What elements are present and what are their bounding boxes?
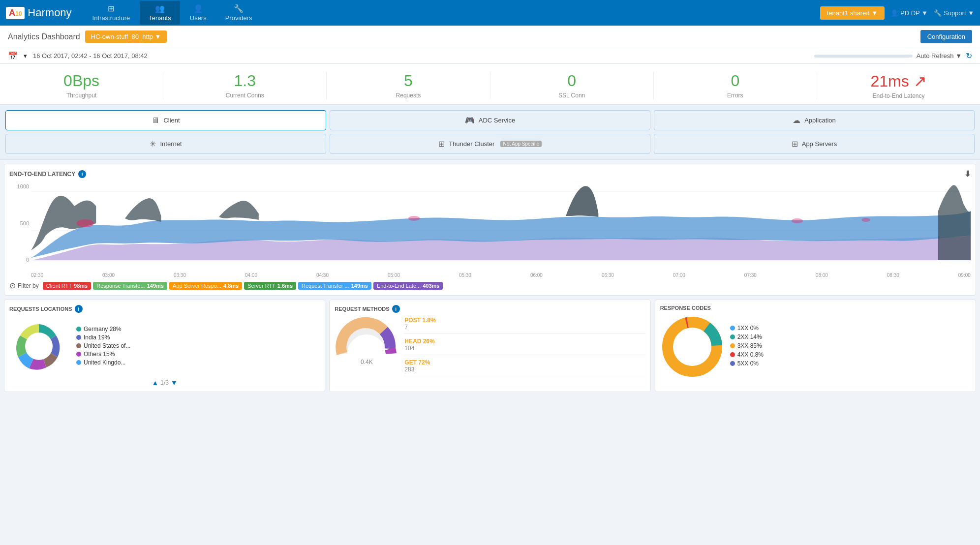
filter-request-transfer[interactable]: Request Transfer ... 149ms bbox=[298, 282, 371, 290]
methods-info-icon[interactable]: i bbox=[392, 305, 400, 313]
filter-app-server-resp[interactable]: App Server Respo... 4.8ms bbox=[169, 282, 242, 290]
errors-label: Errors bbox=[654, 92, 817, 99]
methods-list: POST 1.8% 7 HEAD 26% 104 GET 72% 283 bbox=[404, 317, 645, 380]
pagination-up-icon[interactable]: ▲ bbox=[152, 379, 158, 387]
requests-locations-panel: REQUESTS LOCATIONS i bbox=[4, 300, 325, 392]
selector-button[interactable]: HC-own-stuff_80_http ▼ bbox=[85, 30, 167, 43]
india-dot bbox=[76, 335, 81, 340]
method-get: GET 72% 283 bbox=[404, 359, 645, 376]
method-head: HEAD 26% 104 bbox=[404, 338, 645, 355]
latency-label: End-to-End Latency bbox=[817, 92, 980, 99]
tenant-selector[interactable]: tenant1 shared ▼ bbox=[820, 6, 885, 20]
stat-current-conns: 1.3 Current Conns bbox=[163, 72, 327, 99]
response-codes-title: RESPONSE CODES bbox=[660, 305, 971, 311]
request-methods-panel: REQUEST METHODS i 0.4K POST 1. bbox=[329, 300, 650, 392]
locations-legend: Germany 28% India 19% United States of..… bbox=[76, 326, 130, 367]
half-donut-area: 0.4K bbox=[335, 317, 398, 365]
svg-point-7 bbox=[25, 333, 53, 360]
locations-pagination: ▲ 1/3 ▼ bbox=[9, 379, 320, 387]
view-client[interactable]: 🖥 Client bbox=[5, 110, 326, 130]
response-codes-panel: RESPONSE CODES 1XX 0% bbox=[655, 300, 976, 392]
filter-end-to-end[interactable]: End-to-End Late... 403ms bbox=[373, 282, 443, 290]
refresh-icon[interactable]: ↻ bbox=[966, 51, 972, 61]
legend-others: Others 15% bbox=[76, 351, 130, 358]
support-button[interactable]: 🔧 Support ▼ bbox=[934, 9, 974, 17]
bottom-panels: REQUESTS LOCATIONS i bbox=[4, 300, 976, 392]
legend-1xx: 1XX 0% bbox=[730, 325, 764, 332]
errors-value: 0 bbox=[654, 72, 817, 90]
chart-download-icon[interactable]: ⬇ bbox=[964, 169, 971, 179]
3xx-dot bbox=[730, 343, 735, 348]
legend-germany: Germany 28% bbox=[76, 326, 130, 333]
view-application[interactable]: ☁ Application bbox=[654, 110, 975, 130]
internet-icon: ✳ bbox=[150, 139, 156, 149]
legend-india: India 19% bbox=[76, 334, 130, 341]
response-codes-donut bbox=[660, 315, 724, 379]
timeline-scrubber[interactable] bbox=[814, 55, 913, 58]
logo-area: A10 Harmony bbox=[6, 6, 72, 19]
brand-name: Harmony bbox=[28, 6, 71, 19]
view-app-servers[interactable]: ⊞ App Servers bbox=[654, 134, 975, 154]
nav-items: ⊞ Infrastructure 👥 Tenants 👤 Users 🔧 Pro… bbox=[84, 1, 820, 25]
chart-wrapper: 1000 500 0 bbox=[9, 182, 971, 272]
nav-providers[interactable]: 🔧 Providers bbox=[216, 1, 261, 25]
nav-users[interactable]: 👤 Users bbox=[181, 1, 215, 25]
stat-requests: 5 Requests bbox=[327, 72, 490, 99]
stat-ssl-conn: 0 SSL Conn bbox=[490, 72, 654, 99]
locations-info-icon[interactable]: i bbox=[75, 305, 83, 313]
view-adc-service[interactable]: 🎮 ADC Service bbox=[330, 110, 650, 130]
latency-svg[interactable] bbox=[31, 182, 971, 270]
subheader: Analytics Dashboard HC-own-stuff_80_http… bbox=[0, 26, 980, 48]
user-icon: 👤 bbox=[890, 9, 898, 17]
legend-us: United States of... bbox=[76, 342, 130, 349]
adc-icon: 🎮 bbox=[465, 116, 475, 125]
chart-inner bbox=[31, 182, 971, 272]
request-methods-title: REQUEST METHODS i bbox=[335, 305, 645, 313]
nav-tenants[interactable]: 👥 Tenants bbox=[140, 1, 180, 25]
infrastructure-icon: ⊞ bbox=[108, 4, 114, 13]
latency-chart-section: END-TO-END LATENCY i ⬇ 1000 500 0 bbox=[4, 164, 976, 296]
filter-response-transfer[interactable]: Response Transfe... 149ms bbox=[93, 282, 167, 290]
chart-y-axis: 1000 500 0 bbox=[9, 182, 31, 272]
throughput-value: 0Bps bbox=[0, 72, 163, 90]
2xx-dot bbox=[730, 334, 735, 339]
svg-point-6 bbox=[861, 218, 870, 222]
others-dot bbox=[76, 352, 81, 357]
requests-locations-title: REQUESTS LOCATIONS i bbox=[9, 305, 320, 313]
filter-row: ⊙ Filter by Client RTT 98ms Response Tra… bbox=[9, 281, 971, 290]
configuration-button[interactable]: Configuration bbox=[920, 30, 972, 43]
stat-latency: 21ms ↗ End-to-End Latency bbox=[817, 72, 980, 99]
requests-label: Requests bbox=[327, 92, 490, 99]
germany-dot bbox=[76, 327, 81, 332]
filter-client-rtt[interactable]: Client RTT 98ms bbox=[43, 282, 92, 290]
methods-content: 0.4K POST 1.8% 7 HEAD 26% 104 GET 72% 28… bbox=[335, 317, 645, 380]
5xx-dot bbox=[730, 361, 735, 366]
nav-right: tenant1 shared ▼ 👤 PD DP ▼ 🔧 Support ▼ bbox=[820, 6, 974, 20]
view-thunder-cluster[interactable]: ⊞ Thunder Cluster Not App Specific bbox=[330, 134, 650, 154]
nav-infrastructure[interactable]: ⊞ Infrastructure bbox=[84, 1, 139, 25]
1xx-dot bbox=[730, 326, 735, 331]
view-buttons: 🖥 Client 🎮 ADC Service ☁ Application ✳ I… bbox=[0, 105, 980, 160]
locations-donut-container: Germany 28% India 19% United States of..… bbox=[9, 317, 320, 376]
page-title: Analytics Dashboard bbox=[8, 32, 80, 41]
stats-row: 0Bps Throughput 1.3 Current Conns 5 Requ… bbox=[0, 64, 980, 105]
chart-title: END-TO-END LATENCY i ⬇ bbox=[9, 169, 971, 179]
pagination-down-icon[interactable]: ▼ bbox=[171, 379, 178, 387]
stat-throughput: 0Bps Throughput bbox=[0, 72, 163, 99]
filter-server-rtt[interactable]: Server RTT 1.6ms bbox=[244, 282, 296, 290]
svg-point-4 bbox=[408, 216, 420, 221]
auto-refresh-button[interactable]: Auto Refresh ▼ bbox=[917, 52, 962, 60]
providers-icon: 🔧 bbox=[234, 4, 244, 13]
requests-value: 5 bbox=[327, 72, 490, 90]
chart-x-axis: 02:30 03:00 03:30 04:00 04:30 05:00 05:3… bbox=[9, 272, 971, 278]
date-chevron[interactable]: ▾ bbox=[24, 52, 27, 60]
user-button[interactable]: 👤 PD DP ▼ bbox=[890, 9, 928, 17]
svg-point-5 bbox=[792, 218, 803, 223]
chart-info-icon[interactable]: i bbox=[78, 170, 86, 178]
response-codes-content: 1XX 0% 2XX 14% 3XX 85% 4XX 0.8% 5XX 0% bbox=[660, 315, 971, 379]
filter-by-label: Filter by bbox=[18, 282, 39, 289]
view-internet[interactable]: ✳ Internet bbox=[5, 134, 326, 154]
method-post: POST 1.8% 7 bbox=[404, 317, 645, 334]
app-servers-icon: ⊞ bbox=[792, 139, 798, 149]
response-codes-legend: 1XX 0% 2XX 14% 3XX 85% 4XX 0.8% 5XX 0% bbox=[730, 325, 764, 369]
